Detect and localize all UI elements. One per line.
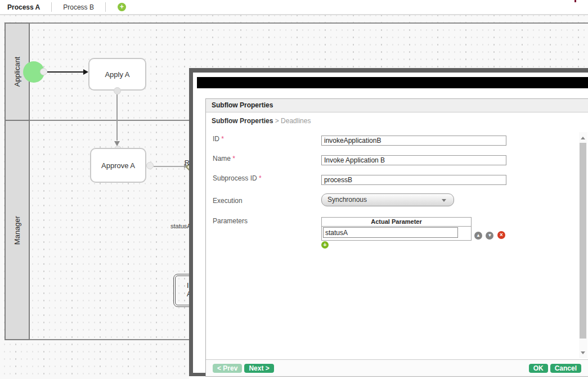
lane-applicant-label: Applicant (13, 57, 21, 87)
lane-manager-label: Manager (13, 215, 21, 244)
task-approve-a[interactable]: Approve A (90, 148, 146, 183)
tab-process-a[interactable]: Process A (0, 3, 51, 11)
scroll-up-icon[interactable] (581, 137, 585, 139)
parameters-column-header: Actual Parameter (321, 217, 472, 227)
subprocess-id-label: Subprocess ID * (213, 174, 262, 182)
process-designer-window: Applicant Manager Apply A Approve A Ro s… (0, 0, 588, 379)
form-scrollbar[interactable] (579, 132, 587, 358)
apply-bottom-port[interactable] (114, 87, 121, 94)
process-tab-bar: Process A Process B + (0, 0, 588, 15)
add-process-icon[interactable]: + (118, 3, 126, 11)
cancel-button[interactable]: Cancel (550, 364, 581, 373)
tab-process-b[interactable]: Process B (52, 3, 105, 11)
move-down-icon[interactable]: ▼ (486, 232, 493, 240)
breadcrumb-current: Deadlines (281, 117, 311, 125)
execution-select[interactable]: Synchronous (321, 193, 454, 206)
panel-title: Subflow Properties (206, 99, 588, 112)
name-label: Name * (213, 155, 235, 163)
tab-separator (105, 2, 106, 12)
pool-top-border (5, 22, 588, 24)
required-marker: * (259, 174, 262, 182)
ok-button[interactable]: OK (529, 364, 548, 373)
subflow-form: ID * Name * Subprocess ID * Execution Sy… (206, 128, 588, 359)
prev-button[interactable]: < Prev (213, 364, 242, 373)
parameter-row-actions: ▲ ▼ × (474, 229, 506, 240)
delete-row-icon[interactable]: × (497, 231, 505, 239)
id-field[interactable] (321, 136, 506, 146)
cursor-artifact (574, 0, 576, 2)
parameter-row (321, 226, 472, 241)
task-apply-a-label: Apply A (105, 70, 129, 79)
task-apply-a[interactable]: Apply A (88, 58, 146, 91)
breadcrumb-separator: > (275, 117, 279, 125)
execution-select-value: Synchronous (327, 196, 367, 204)
add-parameter-icon[interactable]: + (321, 241, 329, 249)
parameter-value-field[interactable] (323, 227, 458, 238)
scrollbar-thumb[interactable] (580, 143, 586, 339)
edge-apply-to-approve (116, 94, 118, 141)
approve-right-port[interactable] (146, 162, 154, 169)
chevron-down-icon (442, 199, 446, 202)
execution-label: Execution (213, 197, 243, 205)
required-marker: * (232, 155, 235, 163)
move-up-icon[interactable]: ▲ (474, 232, 482, 240)
edge-approve-to-route (154, 166, 184, 167)
id-label: ID * (213, 135, 224, 143)
dialog-panel: Subflow Properties Subflow Properties > … (205, 98, 588, 377)
subprocess-id-field[interactable] (321, 175, 506, 185)
parameters-label: Parameters (213, 217, 248, 225)
start-event-port[interactable] (40, 68, 47, 75)
arrowhead-icon (83, 69, 88, 75)
dialog-frame: Subflow Properties Subflow Properties > … (189, 68, 588, 376)
required-marker: * (221, 135, 224, 143)
scroll-down-icon[interactable] (581, 351, 585, 354)
edge-start-to-apply (47, 71, 84, 73)
dialog-footer: < Prev Next > OK Cancel (206, 359, 588, 376)
lane-manager[interactable]: Manager (5, 120, 30, 340)
breadcrumb: Subflow Properties > Deadlines (206, 112, 588, 127)
breadcrumb-root: Subflow Properties (212, 117, 273, 125)
task-approve-a-label: Approve A (101, 161, 135, 170)
subflow-properties-dialog: Subflow Properties Subflow Properties > … (189, 68, 588, 379)
name-field[interactable] (321, 155, 506, 165)
next-button[interactable]: Next > (244, 364, 273, 373)
dialog-title-bar[interactable] (197, 77, 588, 88)
